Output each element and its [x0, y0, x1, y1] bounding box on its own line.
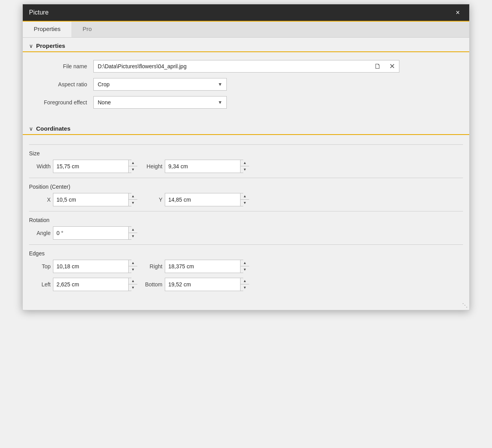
right-down-button[interactable]: ▼: [241, 266, 249, 273]
picture-dialog: Picture × Properties Pro ∨ Properties Fi…: [22, 4, 470, 310]
resize-handle-icon[interactable]: ⋱: [462, 302, 468, 308]
aspect-ratio-label: Aspect ratio: [38, 81, 93, 87]
bottom-spinner-buttons: ▲ ▼: [240, 278, 249, 291]
bottom-label: Bottom: [141, 281, 162, 288]
bottom-down-button[interactable]: ▼: [241, 284, 249, 291]
top-group: Top ▲ ▼: [29, 260, 131, 273]
width-up-button[interactable]: ▲: [129, 160, 137, 166]
file-clear-button[interactable]: ✕: [385, 60, 399, 72]
angle-label: Angle: [29, 230, 51, 236]
top-spinner: ▲ ▼: [53, 260, 131, 273]
left-bottom-row: Left ▲ ▼ Bottom: [29, 278, 463, 291]
x-group: X ▲ ▼: [29, 193, 131, 206]
height-group: Height ▲ ▼: [141, 160, 243, 173]
rotation-row: Angle ▲ ▼: [29, 226, 463, 240]
angle-up-button[interactable]: ▲: [129, 227, 137, 233]
top-label: Top: [29, 263, 51, 270]
position-subsection: Position (Center) X ▲ ▼: [29, 178, 463, 206]
left-spinner-buttons: ▲ ▼: [128, 278, 137, 291]
x-up-button[interactable]: ▲: [129, 193, 137, 200]
y-spinner-buttons: ▲ ▼: [240, 193, 249, 206]
position-label: Position (Center): [29, 182, 463, 193]
top-up-button[interactable]: ▲: [129, 260, 137, 266]
rotation-label: Rotation: [29, 215, 463, 226]
properties-section-label: Properties: [36, 42, 65, 49]
width-group: Width ▲ ▼: [29, 160, 131, 173]
width-down-button[interactable]: ▼: [129, 166, 137, 173]
top-input[interactable]: [53, 261, 128, 272]
angle-input[interactable]: [53, 228, 128, 239]
top-down-button[interactable]: ▼: [129, 266, 137, 273]
height-spinner-buttons: ▲ ▼: [240, 160, 249, 173]
y-input[interactable]: [165, 194, 240, 205]
coordinates-section-label: Coordinates: [36, 125, 71, 132]
left-spinner: ▲ ▼: [53, 278, 131, 291]
right-up-button[interactable]: ▲: [241, 260, 249, 266]
file-name-input[interactable]: [94, 61, 370, 72]
title-bar: Picture ×: [23, 4, 469, 22]
tab-bar: Properties Pro: [23, 22, 469, 38]
foreground-effect-label: Foreground effect: [38, 99, 93, 106]
angle-spinner: ▲ ▼: [53, 226, 131, 240]
height-down-button[interactable]: ▼: [241, 166, 249, 173]
rotation-subsection: Rotation Angle ▲ ▼: [29, 211, 463, 240]
aspect-ratio-dropdown-wrapper: Crop Fit Fill Stretch ▼: [93, 78, 227, 91]
y-spinner: ▲ ▼: [165, 193, 243, 206]
width-input[interactable]: [53, 161, 128, 172]
height-up-button[interactable]: ▲: [241, 160, 249, 166]
dialog-title: Picture: [29, 9, 49, 16]
angle-spinner-buttons: ▲ ▼: [128, 227, 137, 239]
bottom-input[interactable]: [165, 279, 240, 290]
left-label: Left: [29, 281, 51, 288]
angle-down-button[interactable]: ▼: [129, 233, 137, 239]
y-group: Y ▲ ▼: [141, 193, 243, 206]
tab-pro[interactable]: Pro: [71, 22, 102, 37]
left-down-button[interactable]: ▼: [129, 284, 137, 291]
close-dialog-button[interactable]: ×: [452, 7, 463, 18]
left-group: Left ▲ ▼: [29, 278, 131, 291]
right-label: Right: [141, 263, 162, 270]
x-label: X: [29, 197, 51, 203]
y-down-button[interactable]: ▼: [241, 200, 249, 206]
size-subsection: Size Width ▲ ▼: [29, 144, 463, 173]
foreground-effect-dropdown-wrapper: None Blur Grayscale ▼: [93, 96, 227, 109]
size-label: Size: [29, 149, 463, 160]
top-spinner-buttons: ▲ ▼: [128, 260, 137, 273]
edges-subsection: Edges Top ▲ ▼: [29, 244, 463, 291]
width-label: Width: [29, 163, 51, 169]
file-name-row: File name 🗋 ✕: [38, 60, 454, 73]
top-right-row: Top ▲ ▼ Right: [29, 260, 463, 273]
file-open-button[interactable]: 🗋: [370, 61, 385, 72]
foreground-effect-select[interactable]: None Blur Grayscale: [94, 97, 226, 108]
right-spinner-buttons: ▲ ▼: [240, 260, 249, 273]
properties-form: File name 🗋 ✕ Aspect ratio Crop Fit Fill…: [23, 57, 469, 120]
aspect-ratio-select[interactable]: Crop Fit Fill Stretch: [94, 78, 226, 90]
aspect-ratio-row: Aspect ratio Crop Fit Fill Stretch ▼: [38, 78, 454, 91]
coordinates-area: Size Width ▲ ▼: [23, 140, 469, 302]
height-input[interactable]: [165, 161, 240, 172]
collapse-coordinates-icon: ∨: [29, 126, 33, 132]
tab-properties[interactable]: Properties: [23, 22, 71, 37]
size-row: Width ▲ ▼ Height: [29, 160, 463, 173]
x-spinner: ▲ ▼: [53, 193, 131, 206]
left-input[interactable]: [53, 279, 128, 290]
height-label: Height: [141, 163, 162, 169]
properties-section-header[interactable]: ∨ Properties: [23, 38, 469, 52]
bottom-up-button[interactable]: ▲: [241, 278, 249, 284]
angle-group: Angle ▲ ▼: [29, 226, 131, 240]
height-spinner: ▲ ▼: [165, 160, 243, 173]
left-up-button[interactable]: ▲: [129, 278, 137, 284]
x-down-button[interactable]: ▼: [129, 200, 137, 206]
file-name-input-wrapper: 🗋 ✕: [93, 60, 399, 73]
right-input[interactable]: [165, 261, 240, 272]
panel-body: ∨ Properties File name 🗋 ✕ Aspect ratio …: [23, 38, 469, 310]
y-label: Y: [141, 197, 162, 203]
y-up-button[interactable]: ▲: [241, 193, 249, 200]
foreground-effect-row: Foreground effect None Blur Grayscale ▼: [38, 96, 454, 109]
width-spinner: ▲ ▼: [53, 160, 131, 173]
position-row: X ▲ ▼ Y: [29, 193, 463, 206]
width-spinner-buttons: ▲ ▼: [128, 160, 137, 173]
coordinates-section-header[interactable]: ∨ Coordinates: [23, 120, 469, 135]
bottom-spinner: ▲ ▼: [165, 278, 243, 291]
x-input[interactable]: [53, 194, 128, 205]
